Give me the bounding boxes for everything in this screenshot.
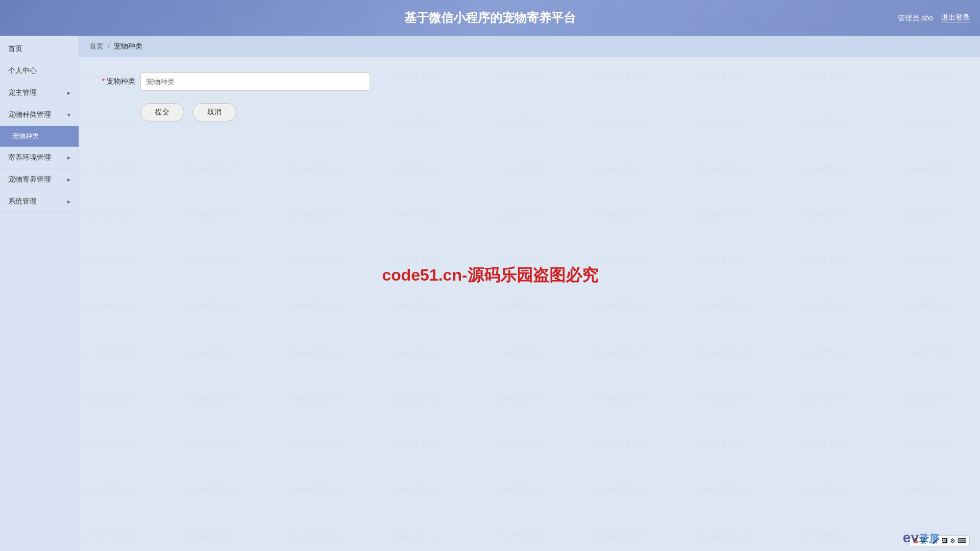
- input-method[interactable]: S 英 · 🎤 🖼 ⚙ ⌨: [910, 535, 970, 547]
- sidebar-item-sys-mgmt[interactable]: 系统管理 ▸: [0, 191, 79, 213]
- sidebar-host-label: 宠主管理: [8, 88, 37, 97]
- breadcrumb-home[interactable]: 首页: [89, 42, 104, 51]
- form-row-species: 宠物种类: [94, 72, 965, 91]
- sidebar-item-foster-mgmt[interactable]: 宠物寄养管理 ▸: [0, 169, 79, 191]
- cancel-button[interactable]: 取消: [192, 103, 236, 121]
- sidebar-item-env-mgmt[interactable]: 寄养环境管理 ▸: [0, 147, 79, 169]
- sidebar-personal-label: 个人中心: [8, 66, 37, 76]
- settings-icon: ⚙: [950, 537, 955, 544]
- sougou-icon: S: [913, 537, 918, 545]
- species-input[interactable]: [140, 72, 370, 91]
- submit-button[interactable]: 提交: [140, 103, 184, 121]
- sidebar-item-home[interactable]: 首页: [0, 38, 79, 60]
- breadcrumb-current: 宠物种类: [114, 42, 142, 51]
- sidebar-species-label: 宠物种类: [12, 132, 39, 141]
- logout-button[interactable]: 退出登录: [941, 13, 970, 23]
- header-user: 管理员 abo 退出登录: [898, 13, 970, 23]
- breadcrumb-separator: /: [108, 42, 110, 51]
- form-area: 宠物种类 提交 取消: [79, 57, 980, 137]
- bottom-bar: S 英 · 🎤 🖼 ⚙ ⌨: [910, 531, 980, 551]
- sidebar-item-species[interactable]: 宠物种类: [0, 126, 79, 147]
- keyboard-icon: ⌨: [958, 537, 966, 544]
- user-label: 管理员 abo: [898, 13, 933, 22]
- chevron-down-icon: ▾: [67, 111, 70, 118]
- header: 基于微信小程序的宠物寄养平台 管理员 abo 退出登录: [0, 0, 980, 36]
- img-icon: 🖼: [942, 537, 948, 544]
- sidebar-species-mgmt-label: 宠物种类管理: [8, 110, 51, 119]
- sidebar-sys-label: 系统管理: [8, 197, 37, 206]
- sidebar-home-label: 首页: [8, 44, 22, 54]
- button-row: 提交 取消: [94, 103, 965, 121]
- main-layout: 首页 个人中心 宠主管理 ▸ 宠物种类管理 ▾ 宠物种类 寄养环境管理 ▸ 宠物…: [0, 36, 980, 551]
- species-label: 宠物种类: [94, 77, 135, 86]
- sidebar-foster-label: 宠物寄养管理: [8, 175, 51, 184]
- sidebar-item-host-mgmt[interactable]: 宠主管理 ▸: [0, 82, 79, 104]
- content-area: 首页 / 宠物种类 宠物种类 提交 取消: [79, 36, 980, 551]
- chevron-right-icon: ▸: [67, 89, 70, 96]
- sidebar-item-personal[interactable]: 个人中心: [0, 60, 79, 82]
- app-title: 基于微信小程序的宠物寄养平台: [0, 10, 980, 26]
- breadcrumb: 首页 / 宠物种类: [79, 36, 980, 57]
- sidebar-item-species-mgmt[interactable]: 宠物种类管理 ▾: [0, 104, 79, 126]
- chevron-right-icon-sys: ▸: [67, 198, 70, 205]
- chevron-right-icon-foster: ▸: [67, 176, 70, 183]
- mic-icon: 🎤: [932, 537, 940, 544]
- chevron-right-icon-env: ▸: [67, 154, 70, 161]
- dot-sep: ·: [928, 537, 930, 544]
- sidebar-env-label: 寄养环境管理: [8, 153, 51, 162]
- lang-label: 英: [920, 537, 926, 545]
- sidebar: 首页 个人中心 宠主管理 ▸ 宠物种类管理 ▾ 宠物种类 寄养环境管理 ▸ 宠物…: [0, 36, 79, 551]
